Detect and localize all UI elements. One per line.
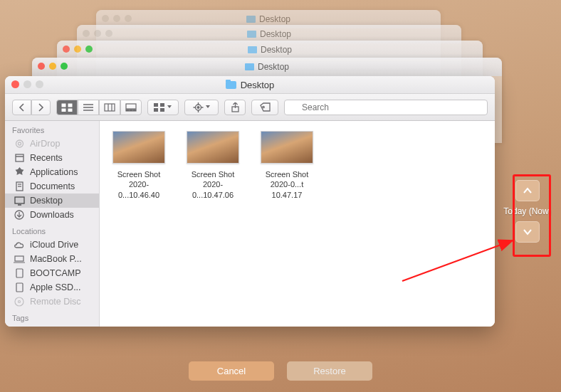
- sidebar-item-label: MacBook P...: [30, 254, 82, 264]
- file-name-line1: Screen Shot: [182, 169, 243, 179]
- sidebar-item-label: Desktop: [30, 196, 63, 206]
- section-header: Favorites: [5, 121, 99, 137]
- view-list-button[interactable]: [78, 100, 99, 115]
- timeline-label: Today (Now): [503, 206, 551, 216]
- cloud-icon: [14, 240, 25, 250]
- file-name-line1: Screen Shot: [108, 169, 169, 179]
- traffic-lights[interactable]: [11, 80, 43, 88]
- sidebar-item-macbook[interactable]: MacBook P...: [5, 252, 99, 266]
- sidebar-item-label: Applications: [30, 167, 78, 177]
- sidebar-item-desktop[interactable]: Desktop: [5, 194, 99, 208]
- desktop-icon: [14, 196, 25, 206]
- action-button[interactable]: [184, 100, 219, 115]
- forward-button[interactable]: [31, 100, 51, 115]
- svg-rect-16: [154, 108, 158, 112]
- airdrop-icon: [14, 139, 25, 149]
- sidebar-item-remote-disc[interactable]: Remote Disc: [5, 295, 99, 309]
- restore-button[interactable]: Restore: [287, 361, 372, 381]
- documents-icon: [14, 181, 25, 191]
- sidebar-item-label: Remote Disc: [30, 297, 81, 307]
- stack-title: Desktop: [259, 14, 290, 24]
- laptop-icon: [14, 254, 25, 264]
- view-gallery-button[interactable]: [120, 100, 142, 115]
- svg-rect-0: [62, 104, 65, 107]
- recents-icon: [14, 153, 25, 163]
- svg-point-44: [15, 297, 23, 306]
- sidebar-item-tag-red[interactable]: Красный: [5, 324, 99, 327]
- sidebar-item-label: Downloads: [30, 210, 74, 220]
- svg-rect-42: [16, 269, 23, 277]
- sidebar-item-apple-ssd[interactable]: Apple SSD...: [5, 280, 99, 295]
- svg-point-19: [197, 106, 199, 108]
- cancel-button[interactable]: Cancel: [189, 361, 274, 381]
- toolbar: [5, 94, 495, 121]
- arrange-button[interactable]: [147, 100, 179, 115]
- svg-rect-31: [16, 154, 23, 161]
- svg-rect-40: [15, 256, 23, 261]
- sidebar-item-downloads[interactable]: Downloads: [5, 208, 99, 222]
- sidebar-item-documents[interactable]: Documents: [5, 179, 99, 194]
- window-title: Desktop: [241, 80, 275, 90]
- svg-rect-2: [62, 109, 65, 112]
- share-button[interactable]: [224, 100, 246, 115]
- downloads-icon: [14, 210, 25, 220]
- svg-rect-36: [15, 197, 24, 203]
- minimize-icon: [23, 80, 31, 88]
- svg-point-29: [16, 140, 23, 147]
- sidebar-item-label: iCloud Drive: [30, 240, 78, 250]
- section-header: Tags: [5, 309, 99, 324]
- svg-point-30: [18, 142, 21, 145]
- sidebar-item-airdrop[interactable]: AirDrop: [5, 137, 99, 151]
- svg-rect-10: [126, 104, 136, 109]
- svg-point-45: [19, 301, 21, 303]
- tag-button[interactable]: [251, 100, 278, 115]
- remote-disc-icon: [14, 297, 25, 307]
- stack-title: Desktop: [258, 62, 289, 72]
- sidebar-item-recents[interactable]: Recents: [5, 151, 99, 165]
- sidebar-item-label: Documents: [30, 181, 75, 191]
- svg-rect-1: [68, 104, 72, 107]
- svg-point-26: [262, 106, 263, 107]
- svg-rect-14: [154, 103, 158, 107]
- close-icon[interactable]: [11, 80, 19, 88]
- svg-rect-12: [130, 110, 132, 111]
- svg-rect-13: [133, 110, 136, 111]
- file-name-line2: 2020-0...t 10.47.17: [256, 179, 318, 200]
- file-item[interactable]: Screen Shot 2020-0...t 10.47.17: [256, 131, 318, 200]
- file-thumbnail: [187, 131, 239, 164]
- view-icons-button[interactable]: [56, 100, 78, 115]
- svg-rect-17: [160, 108, 164, 112]
- sidebar: Favorites AirDrop Recents Applications D…: [5, 121, 100, 327]
- titlebar[interactable]: Desktop: [5, 76, 495, 94]
- sidebar-item-label: Apple SSD...: [30, 282, 81, 292]
- finder-window: Desktop: [5, 76, 495, 327]
- svg-rect-43: [16, 283, 23, 292]
- sidebar-item-icloud[interactable]: iCloud Drive: [5, 238, 99, 252]
- sidebar-item-label: BOOTCAMP: [30, 268, 81, 278]
- svg-rect-15: [160, 103, 164, 107]
- file-item[interactable]: Screen Shot 2020-0...10.46.40: [108, 131, 169, 200]
- timeline-down-button[interactable]: [515, 221, 540, 243]
- disk-icon: [14, 268, 25, 278]
- file-thumbnail: [261, 131, 313, 164]
- stack-title: Desktop: [260, 29, 291, 39]
- sidebar-item-applications[interactable]: Applications: [5, 165, 99, 179]
- disk-icon: [14, 282, 25, 292]
- file-name-line1: Screen Shot: [256, 169, 318, 179]
- svg-rect-11: [126, 110, 129, 111]
- stack-title: Desktop: [261, 45, 292, 55]
- view-columns-button[interactable]: [99, 100, 120, 115]
- file-name-line2: 2020-0...10.46.40: [108, 179, 169, 200]
- section-header: Locations: [5, 222, 99, 238]
- back-button[interactable]: [12, 100, 31, 115]
- timeline-up-button[interactable]: [515, 180, 540, 201]
- applications-icon: [14, 167, 25, 177]
- chevron-up-icon: [523, 187, 533, 194]
- chevron-down-icon: [523, 228, 533, 235]
- file-item[interactable]: Screen Shot 2020-0...10.47.06: [182, 131, 243, 200]
- file-thumbnail: [112, 131, 165, 164]
- svg-rect-7: [105, 104, 115, 111]
- file-name-line2: 2020-0...10.47.06: [182, 179, 243, 200]
- sidebar-item-bootcamp[interactable]: BOOTCAMP: [5, 266, 99, 280]
- search-input[interactable]: [284, 100, 488, 115]
